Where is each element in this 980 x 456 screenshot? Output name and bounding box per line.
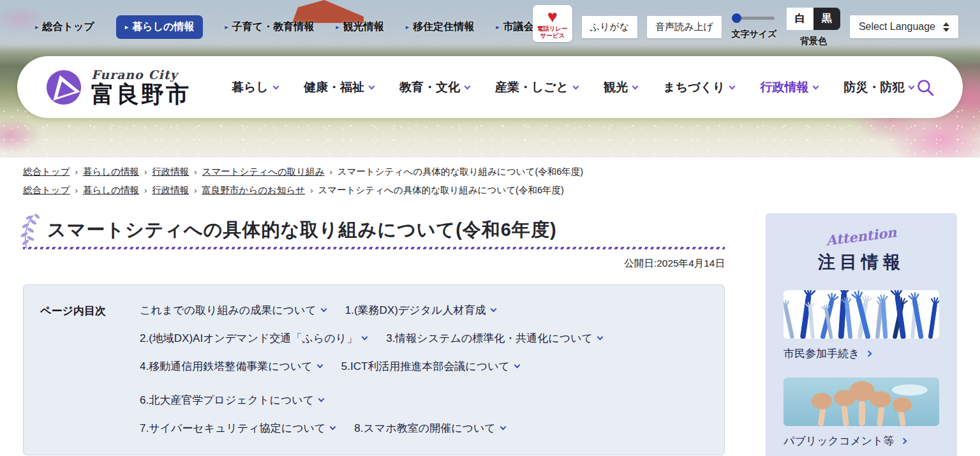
chevron-right-icon [866,351,872,357]
chevron-right-icon [900,438,907,445]
furigana-button[interactable]: ふりがな [582,16,637,38]
font-size-slider[interactable] [734,17,775,20]
breadcrumb-link[interactable]: 行政情報 [152,184,189,196]
breadcrumb-separator: › [75,167,78,177]
raised-hands-image [783,290,939,339]
breadcrumb-trail: 総合トップ›暮らしの情報›行政情報›スマートシティへの取り組み›スマートシティへ… [23,166,957,178]
top-nav: ▸総合トップ▸暮らしの情報▸子育て・教育情報▸観光情報▸移住定住情報▸市議会 [35,15,534,39]
breadcrumb-current: スマートシティへの具体的な取り組みについて(令和6年度) [338,166,583,178]
search-icon [916,78,935,97]
toc-link[interactable]: 4.移動通信用鉄塔整備事業について [140,359,322,374]
chevron-down-icon [368,83,375,89]
bg-black-button[interactable]: 黒 [813,8,840,30]
sidebar-link-public-comment[interactable]: パブリックコメント等 [783,378,939,448]
main-nav-item[interactable]: まちづくり [663,79,734,96]
chevron-down-icon [813,83,819,89]
search-button[interactable] [916,78,935,97]
chevron-down-icon [320,306,327,313]
topnav-item[interactable]: ▸暮らしの情報 [116,15,204,39]
arrow-right-icon: ▸ [35,23,39,31]
breadcrumb-trail: 総合トップ›暮らしの情報›行政情報›富良野市からのお知らせ›スマートシティへの具… [23,184,957,196]
toc-link[interactable]: 2.(地域DX)AIオンデマンド交通「ふらのり」 [140,331,367,346]
sidebar-item-label: パブリックコメント等 [783,434,895,448]
topnav-item[interactable]: ▸総合トップ [35,20,94,34]
topnav-item-label: 観光情報 [343,20,384,34]
toc-link-label: 5.ICT利活用推進本部会議について [341,359,510,374]
nav-item-label: 観光 [604,79,628,96]
chevron-down-icon [632,83,639,89]
attention-tagline: Attention [783,219,939,254]
toc-row: 7.サイバーセキュリティ協定について8.スマホ教室の開催について [140,421,710,436]
main-nav-item[interactable]: 観光 [604,79,637,96]
chevron-down-icon [272,83,279,89]
toc-link[interactable]: 6.北大産官学プロジェクトについて [140,393,323,408]
toc-link-label: 6.北大産官学プロジェクトについて [140,393,314,408]
font-size-control: 文字サイズ [731,10,777,40]
main-nav-item[interactable]: 暮らし [232,79,278,96]
breadcrumb-link[interactable]: 富良野市からのお知らせ [202,184,306,196]
toc-row: 2.(地域DX)AIオンデマンド交通「ふらのり」3.情報システムの標準化・共通化… [140,331,710,346]
toc-link[interactable]: 8.スマホ教室の開催について [354,421,505,436]
main-nav-item[interactable]: 教育・文化 [399,79,470,96]
sidebar-link-citizen-participation[interactable]: 市民参加手続き [783,290,939,361]
topnav-item-label: 子育て・教育情報 [232,20,314,34]
toc-link-label: 8.スマホ教室の開催について [354,421,495,436]
breadcrumb-link[interactable]: 暮らしの情報 [83,166,139,178]
font-size-slider-knob[interactable] [732,13,741,23]
toc-link-label: これまでの取り組みの成果について [140,303,316,318]
breadcrumb-link[interactable]: 暮らしの情報 [83,184,139,196]
font-size-label: 文字サイズ [731,29,777,40]
title-underline [23,247,725,249]
toc-link[interactable]: 1.(業務DX)デジタル人材育成 [345,303,496,318]
toc-link[interactable]: これまでの取り組みの成果について [140,303,326,318]
phone-relay-label-2: サービス [534,33,571,40]
toc-link[interactable]: 3.情報システムの標準化・共通化について [386,331,602,346]
main-nav-item[interactable]: 産業・しごと [495,79,578,96]
utility-bar: ♥ 電話リレー サービス ふりがな 音声読み上げ 文字サイズ 白 黒 背景色 [533,5,958,47]
toc-link-label: 1.(業務DX)デジタル人材育成 [345,303,486,318]
speech-paddles-image [783,378,939,426]
arrow-right-icon: ▸ [336,23,339,31]
toc-link[interactable]: 7.サイバーセキュリティ協定について [140,421,335,436]
main-nav-item[interactable]: 防災・防犯 [843,79,914,96]
topnav-item-label: 移住定住情報 [413,20,474,34]
topnav-item[interactable]: ▸観光情報 [336,20,384,34]
arrow-right-icon: ▸ [125,23,129,31]
toc-row: これまでの取り組みの成果について1.(業務DX)デジタル人材育成 [140,303,710,318]
toc-links: これまでの取り組みの成果について1.(業務DX)デジタル人材育成2.(地域DX)… [140,303,710,436]
chevron-down-icon [909,83,915,89]
toc-link[interactable]: 5.ICT利活用推進本部会議について [341,359,519,374]
topnav-item-label: 暮らしの情報 [132,20,194,34]
background-color-control: 白 黒 背景色 [787,8,840,47]
toc-box: ページ内目次 これまでの取り組みの成果について1.(業務DX)デジタル人材育成2… [23,284,725,455]
phone-relay-service-button[interactable]: ♥ 電話リレー サービス [533,5,572,42]
main-nav-item[interactable]: 健康・福祉 [304,79,374,96]
chevron-down-icon [362,334,368,341]
hero-banner: ▸総合トップ▸暮らしの情報▸子育て・教育情報▸観光情報▸移住定住情報▸市議会 ♥… [0,0,980,158]
breadcrumb-separator: › [75,186,78,195]
nav-item-label: まちづくり [663,79,725,96]
nav-item-label: 教育・文化 [399,79,460,96]
chevron-down-icon [330,424,336,430]
topnav-item[interactable]: ▸子育て・教育情報 [225,20,314,34]
language-select[interactable]: Select Language [850,15,958,38]
breadcrumb-link[interactable]: 総合トップ [23,184,70,196]
sidebar-item-label: 市民参加手続き [783,346,859,361]
site-logo[interactable]: Furano City 富良野市 [45,68,191,107]
main-nav-item[interactable]: 行政情報 [760,79,818,96]
breadcrumb-link[interactable]: スマートシティへの取り組み [202,166,325,178]
breadcrumb-separator: › [144,167,147,177]
topnav-item[interactable]: ▸移住定住情報 [406,20,475,34]
chevron-down-icon [597,334,603,341]
bg-white-button[interactable]: 白 [787,8,813,30]
chevron-down-icon [500,424,506,430]
attention-card: Attention 注目情報 [766,213,957,456]
breadcrumb-separator: › [194,186,197,195]
breadcrumb-link[interactable]: 総合トップ [23,166,70,178]
language-select-label: Select Language [859,21,935,33]
topnav-item[interactable]: ▸市議会 [496,20,534,34]
topnav-item-label: 市議会 [503,20,534,34]
text-to-speech-button[interactable]: 音声読み上げ [647,16,722,38]
breadcrumb-link[interactable]: 行政情報 [152,166,189,178]
chevron-down-icon [573,83,579,89]
